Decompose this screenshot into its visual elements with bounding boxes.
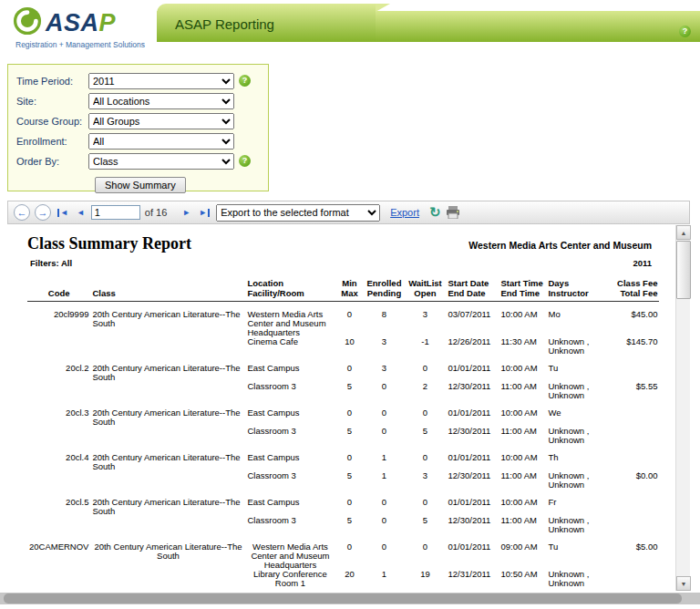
cell: 01/01/2011 xyxy=(446,534,499,570)
refresh-icon[interactable]: ↻ xyxy=(429,204,441,221)
cell: Classroom 3 xyxy=(245,471,335,490)
column-header: Code xyxy=(27,276,90,302)
cell: $5.55 xyxy=(606,382,659,400)
cell: 12/30/2011 xyxy=(446,471,499,490)
cell: 3 xyxy=(364,337,404,356)
course-group-select[interactable]: All Groups xyxy=(88,113,234,129)
cell: 0 xyxy=(364,588,404,591)
cell: 0 xyxy=(404,445,446,471)
cell: 0 xyxy=(364,534,404,570)
cell: 5 xyxy=(404,516,446,534)
page-number-input[interactable] xyxy=(91,205,140,220)
report-header: Class Summary Report Western Media Arts … xyxy=(7,225,675,268)
cell: Tu xyxy=(546,534,606,570)
column-header: DaysInstructor xyxy=(546,276,606,302)
filter-row-time-period: Time Period: 2011 ? xyxy=(8,72,268,89)
cell: $5.00 xyxy=(606,588,659,591)
cell: 0 xyxy=(335,445,364,471)
hscrollbar-thumb[interactable] xyxy=(4,594,682,604)
show-summary-button[interactable]: Show Summary xyxy=(95,177,186,193)
column-header: Class FeeTotal Fee xyxy=(606,276,659,302)
cell: 0 xyxy=(335,588,364,591)
scroll-down-icon[interactable]: ▼ xyxy=(676,576,691,591)
export-link[interactable]: Export xyxy=(390,207,419,218)
cell: Western Media Arts Center and Museum Hea… xyxy=(245,534,335,570)
cell: $145.70 xyxy=(606,337,659,356)
cell: 11:00 AM xyxy=(499,471,546,490)
cell xyxy=(90,570,245,588)
order-by-select[interactable]: Class xyxy=(88,153,234,170)
cell: 20 xyxy=(335,570,364,588)
print-icon[interactable] xyxy=(446,206,460,219)
cell xyxy=(27,516,90,534)
table-row: Cinema Cafe103-112/26/201111:30 AMUnknow… xyxy=(27,337,659,356)
help-icon[interactable]: ? xyxy=(679,26,691,37)
cell: 20th Century American Literature--The So… xyxy=(90,445,245,471)
cell: 10:00 AM xyxy=(499,490,546,516)
cell xyxy=(27,337,90,356)
cell: 0 xyxy=(335,400,364,427)
cell: 0 xyxy=(335,356,364,382)
prev-page-button[interactable]: ◄ xyxy=(75,208,87,217)
filter-row-course-group: Course Group: All Groups xyxy=(8,112,268,129)
table-row: Library Conference Room 12011912/31/2011… xyxy=(27,570,659,588)
cell: Unknown , Unknown xyxy=(546,471,606,490)
cell: We xyxy=(546,400,606,427)
cell: 11:00 AM xyxy=(499,516,546,534)
cell: 0 xyxy=(404,588,446,591)
next-page-button[interactable]: ► xyxy=(180,208,192,217)
filter-row-site: Site: All Locations xyxy=(8,92,268,109)
cell xyxy=(90,516,245,534)
report-page: Class Summary Report Western Media Arts … xyxy=(7,225,675,591)
cell: 09:00 AM xyxy=(499,534,546,570)
cell: 0 xyxy=(335,490,364,516)
next-page-icon: ► xyxy=(182,208,190,217)
column-header: EnrolledPending xyxy=(364,276,404,302)
help-icon[interactable]: ? xyxy=(239,75,251,87)
cell: 3 xyxy=(364,356,404,382)
enrollment-label: Enrollment: xyxy=(8,136,88,147)
table-header: CodeClassLocationFacility/RoomMinMaxEnro… xyxy=(27,276,659,302)
cell: East Campus xyxy=(245,445,335,471)
cell xyxy=(90,427,245,445)
cell: 01/01/2011 xyxy=(446,400,499,427)
cell: 10:00 AM xyxy=(499,400,546,427)
vertical-scrollbar[interactable]: ▲ ▼ xyxy=(675,225,690,591)
column-header: Start TimeEnd Time xyxy=(499,276,546,302)
column-header: MinMax xyxy=(335,276,364,302)
cell: Library Conference Room 1 xyxy=(245,570,335,588)
horizontal-scrollbar[interactable] xyxy=(0,593,700,604)
cell: 12/30/2011 xyxy=(446,427,499,445)
site-select[interactable]: All Locations xyxy=(88,93,234,109)
scroll-up-icon[interactable]: ▲ xyxy=(676,225,691,240)
order-by-label: Order By: xyxy=(8,156,88,167)
cell: 01/01/2011 xyxy=(446,490,499,516)
column-header: Class xyxy=(90,276,245,302)
page-title: ASAP Reporting xyxy=(175,16,274,32)
cell: 20th Century American Literature--The So… xyxy=(90,490,245,516)
table-row: Classroom 350512/30/201111:00 AMUnknown … xyxy=(27,427,659,445)
export-format-select[interactable]: Export to the selected format xyxy=(216,204,380,222)
cell xyxy=(606,356,659,382)
cell: 5 xyxy=(335,471,364,490)
cell: 12/30/2011 xyxy=(446,516,499,534)
cell: 10:00 AM xyxy=(499,302,546,338)
cell: 10:00 AM xyxy=(499,445,546,471)
cell: Classroom 3 xyxy=(245,516,335,534)
cell: 01/01/2011 xyxy=(446,445,499,471)
back-icon[interactable]: ← xyxy=(14,204,30,221)
table-row: 20cl.520th Century American Literature--… xyxy=(27,490,659,516)
first-page-bar xyxy=(57,209,59,217)
forward-icon[interactable]: → xyxy=(35,204,51,221)
cell xyxy=(27,427,90,445)
last-page-button[interactable]: ► xyxy=(197,208,211,217)
cell: 1 xyxy=(364,445,404,471)
first-page-button[interactable]: ◄ xyxy=(56,208,70,217)
help-icon[interactable]: ? xyxy=(239,155,251,167)
time-period-select[interactable]: 2011 xyxy=(88,73,234,89)
cell: 20th Century American Literature--The So… xyxy=(90,302,245,338)
cell: 0 xyxy=(364,427,404,445)
brand-name: ASAP xyxy=(46,9,116,37)
enrollment-select[interactable]: All xyxy=(88,133,234,150)
scrollbar-thumb[interactable] xyxy=(676,241,691,299)
